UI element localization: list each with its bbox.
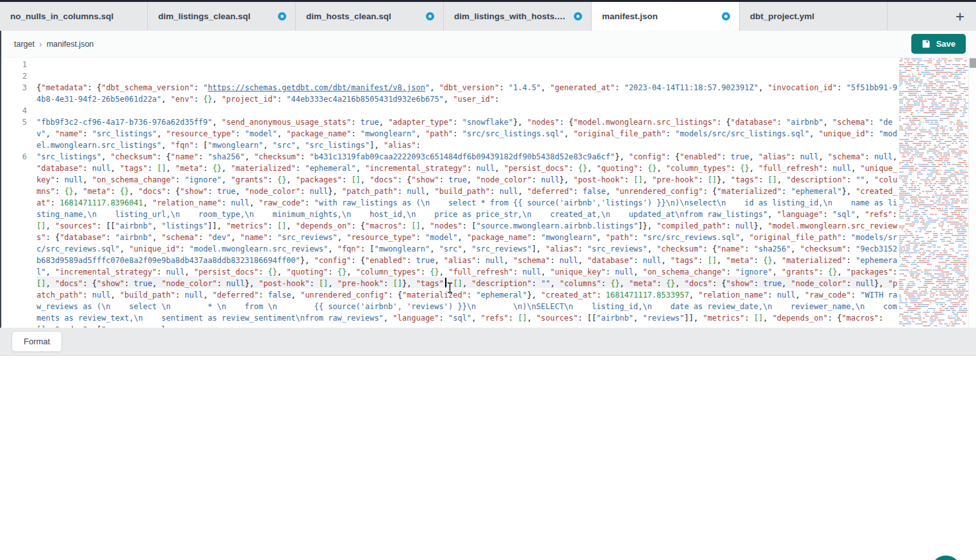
code-line[interactable] (37, 105, 898, 116)
line-number: 1 (0, 59, 37, 70)
code-line[interactable]: "fbb9f3c2-cf96-4a17-b736-976a62d35ff9", … (37, 116, 898, 151)
breadcrumb: target›manifest.json (14, 40, 911, 49)
tab-bar: no_nulls_in_columns.sqldim_listings_clea… (0, 2, 976, 31)
editor-line: 5"fbb9f3c2-cf96-4a17-b736-976a62d35ff9",… (0, 116, 898, 151)
dbt-cloud-ide-window: no_nulls_in_columns.sqldim_listings_clea… (0, 0, 976, 560)
save-floppy-icon (922, 39, 931, 49)
tab-label: dim_listings_clean.sql (158, 12, 273, 21)
minimap[interactable] (898, 58, 968, 328)
code-line[interactable]: {"metadata": {"dbt_schema_version": "htt… (37, 82, 898, 105)
tab-manifest-json[interactable]: manifest.json (592, 2, 740, 31)
tab-label: dbt_project.yml (750, 12, 878, 21)
line-number: 4 (0, 105, 37, 116)
code-line[interactable]: "src_listings", "checksum": {"name": "sh… (37, 151, 898, 328)
editor-line: 1 (0, 59, 898, 70)
editor-line: 3{"metadata": {"dbt_schema_version": "ht… (0, 82, 898, 105)
format-bar: Format (0, 328, 976, 356)
unsaved-changes-dot-icon (426, 12, 434, 20)
breadcrumb-item[interactable]: manifest.json (47, 40, 94, 49)
results-panel (0, 356, 976, 560)
save-button[interactable]: Save (911, 34, 966, 54)
breadcrumb-item[interactable]: target (14, 40, 35, 49)
tab-label: dim_listings_with_hosts.sql (454, 12, 569, 21)
code-editor[interactable]: 123{"metadata": {"dbt_schema_version": "… (0, 58, 976, 328)
tab-dim-listings-with-hosts-sql[interactable]: dim_listings_with_hosts.sql (444, 2, 592, 31)
breadcrumb-bar: target›manifest.json Save (0, 31, 976, 58)
editor-line: 4 (0, 105, 898, 116)
tab-dbt-project-yml[interactable]: dbt_project.yml (740, 2, 888, 31)
format-button[interactable]: Format (12, 331, 62, 352)
tab-bar-filler: + (888, 2, 976, 31)
mouse-ibeam-cursor-icon (446, 282, 453, 296)
code-line[interactable] (37, 70, 898, 82)
panel-edge-divider (0, 31, 1, 328)
tab-dim-hosts-clean-sql[interactable]: dim_hosts_clean.sql (296, 2, 444, 31)
tab-label: dim_hosts_clean.sql (306, 12, 421, 21)
line-number: 6 (0, 151, 37, 163)
line-number: 5 (0, 116, 37, 128)
tab-label: no_nulls_in_columns.sql (10, 12, 138, 21)
unsaved-changes-dot-icon (574, 12, 582, 20)
editor-line: 6"src_listings", "checksum": {"name": "s… (0, 151, 898, 328)
line-number: 2 (0, 70, 37, 82)
editor-scrollbar-thumb[interactable] (970, 58, 976, 68)
save-button-label: Save (936, 39, 956, 49)
line-number: 3 (0, 82, 37, 93)
code-line[interactable] (37, 59, 898, 70)
tab-no-nulls-in-columns-sql[interactable]: no_nulls_in_columns.sql (0, 2, 148, 31)
editor-scrollbar[interactable] (968, 58, 976, 328)
unsaved-changes-dot-icon (278, 12, 286, 20)
breadcrumb-chevron-icon: › (39, 40, 42, 49)
tab-dim-listings-clean-sql[interactable]: dim_listings_clean.sql (148, 2, 296, 31)
editor-line: 2 (0, 70, 898, 82)
new-tab-button[interactable]: + (952, 9, 968, 24)
tab-label: manifest.json (602, 12, 717, 21)
unsaved-changes-dot-icon (722, 12, 730, 20)
